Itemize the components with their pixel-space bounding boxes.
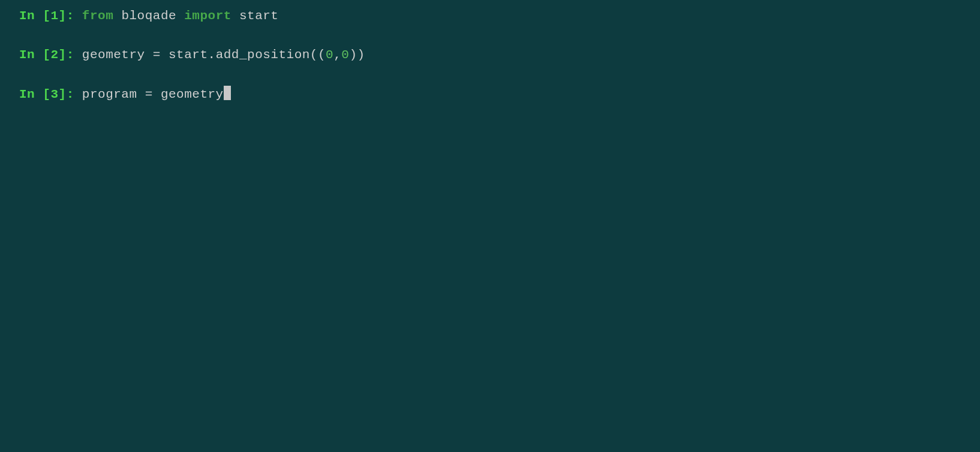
token-identifier: start — [239, 9, 279, 23]
token-operator: = — [137, 88, 161, 101]
prompt-colon: : — [67, 88, 82, 101]
token-punct: )) — [349, 48, 365, 62]
token-identifier: geometry — [161, 88, 224, 101]
prompt-number: 2 — [50, 48, 58, 62]
token-identifier: add_position — [216, 48, 310, 62]
token-identifier: program — [82, 88, 137, 101]
code-line-1[interactable]: In [1]: from bloqade import start — [0, 7, 980, 25]
prompt-bracket-open: [ — [43, 88, 50, 101]
prompt-bracket-close: ] — [59, 88, 67, 101]
token-punct: . — [208, 48, 216, 62]
code-line-3[interactable]: In [3]: program = geometry — [0, 86, 980, 103]
prompt-in: In — [19, 9, 43, 23]
token-keyword: from — [82, 9, 113, 23]
token-identifier: start — [169, 48, 208, 62]
code-line-2[interactable]: In [2]: geometry = start.add_position((0… — [0, 46, 980, 64]
token-identifier — [113, 9, 121, 23]
token-number: 0 — [341, 48, 349, 62]
prompt-bracket-open: [ — [43, 48, 50, 62]
prompt-bracket-open: [ — [43, 9, 50, 23]
prompt-colon: : — [67, 48, 82, 62]
token-identifier — [232, 9, 239, 23]
prompt-bracket-close: ] — [59, 48, 67, 62]
cursor-icon — [224, 86, 231, 100]
terminal-area[interactable]: In [1]: from bloqade import startIn [2]:… — [0, 7, 980, 103]
token-identifier: geometry — [82, 48, 145, 62]
token-punct: , — [333, 48, 341, 62]
token-punct: (( — [310, 48, 326, 62]
token-keyword: import — [184, 9, 232, 23]
token-module: bloqade — [121, 9, 176, 23]
prompt-colon: : — [67, 9, 82, 23]
prompt-in: In — [19, 88, 43, 101]
token-number: 0 — [326, 48, 333, 62]
token-operator: = — [145, 48, 169, 62]
prompt-bracket-close: ] — [59, 9, 67, 23]
prompt-in: In — [19, 48, 43, 62]
token-identifier — [176, 9, 184, 23]
prompt-number: 1 — [50, 9, 58, 23]
prompt-number: 3 — [50, 88, 58, 101]
